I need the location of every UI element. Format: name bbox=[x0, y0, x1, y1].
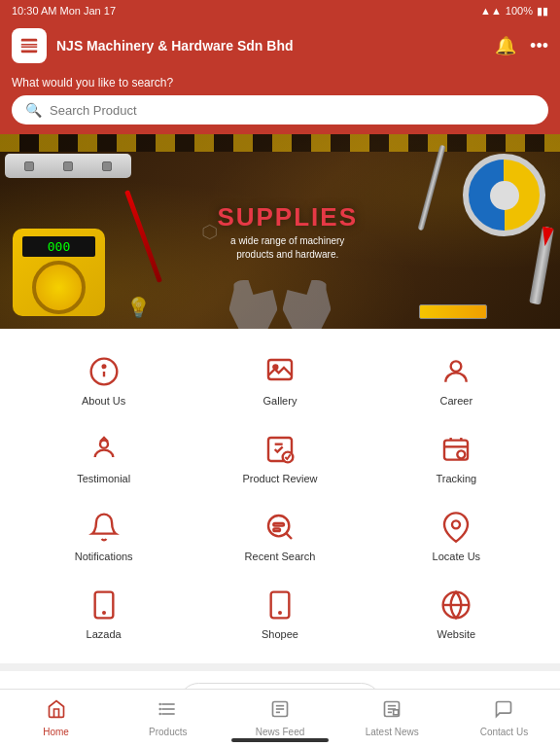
nav-news-feed-label: News Feed bbox=[256, 727, 305, 737]
shopee-icon bbox=[262, 587, 298, 622]
nav-item-home[interactable]: Home bbox=[0, 690, 112, 747]
locate-us-icon bbox=[438, 510, 473, 545]
recent-search-label: Recent Search bbox=[245, 551, 316, 562]
home-indicator bbox=[231, 738, 329, 742]
product-review-label: Product Review bbox=[242, 473, 317, 484]
nav-products-label: Products bbox=[149, 727, 187, 737]
lazada-icon bbox=[87, 587, 122, 622]
svg-point-10 bbox=[102, 365, 105, 368]
grid-item-about-us[interactable]: About Us bbox=[19, 344, 188, 414]
grid-menu: About UsGalleryCareerTestimonialProduct … bbox=[0, 329, 560, 663]
status-indicators: ▲▲ 100% ▮▮ bbox=[480, 5, 548, 18]
notifications-icon bbox=[87, 510, 122, 545]
svg-marker-7 bbox=[203, 225, 216, 238]
gallery-label: Gallery bbox=[263, 395, 298, 407]
grid-item-testimonial[interactable]: Testimonial bbox=[19, 422, 188, 492]
svg-rect-22 bbox=[273, 523, 284, 526]
hero-main-text: SUPPLIES bbox=[217, 202, 358, 232]
gallery-icon bbox=[262, 354, 298, 389]
nav-item-contact-us[interactable]: Contact Us bbox=[448, 690, 560, 747]
notifications-label: Notifications bbox=[75, 551, 133, 562]
tracking-icon bbox=[438, 432, 473, 467]
tracking-label: Tracking bbox=[436, 473, 476, 484]
hero-sub-text: a wide range of machineryproducts and ha… bbox=[217, 234, 358, 262]
nav-products-icon bbox=[158, 699, 178, 724]
header-actions: 🔔 ••• bbox=[495, 35, 548, 56]
lazada-label: Lazada bbox=[87, 628, 122, 640]
product-review-icon bbox=[262, 432, 298, 467]
search-section: What would you like to search? 🔍 bbox=[0, 70, 560, 134]
grid-item-notifications[interactable]: Notifications bbox=[19, 500, 188, 570]
svg-point-12 bbox=[273, 365, 277, 369]
recent-search-icon bbox=[262, 510, 298, 545]
nav-home-icon bbox=[47, 699, 66, 724]
shopee-label: Shopee bbox=[262, 628, 298, 640]
company-name: NJS Machinery & Hardware Sdn Bhd bbox=[56, 38, 294, 53]
testimonial-label: Testimonial bbox=[77, 473, 130, 484]
nav-latest-news-label: Latest News bbox=[366, 727, 419, 737]
nav-home-label: Home bbox=[43, 727, 69, 737]
search-icon: 🔍 bbox=[25, 102, 42, 118]
search-bar: 🔍 bbox=[12, 95, 548, 124]
about-us-label: About Us bbox=[82, 395, 125, 407]
career-label: Career bbox=[440, 395, 473, 407]
nav-contact-us-label: Contact Us bbox=[480, 727, 528, 737]
grid-item-lazada[interactable]: Lazada bbox=[19, 578, 188, 648]
hero-text-block: SUPPLIES a wide range of machineryproduc… bbox=[217, 202, 358, 262]
hero-banner: 000 💡 bbox=[0, 134, 560, 329]
section-divider bbox=[0, 663, 560, 671]
svg-point-19 bbox=[458, 450, 466, 458]
grid-item-shopee[interactable]: Shopee bbox=[195, 578, 364, 648]
locate-us-label: Locate Us bbox=[433, 551, 481, 562]
svg-point-24 bbox=[452, 520, 460, 528]
search-label: What would you like to search? bbox=[12, 76, 548, 89]
more-options-icon[interactable]: ••• bbox=[530, 36, 548, 56]
svg-point-13 bbox=[451, 361, 462, 372]
svg-line-21 bbox=[286, 533, 292, 539]
svg-rect-11 bbox=[268, 360, 292, 379]
website-icon bbox=[438, 587, 473, 622]
battery-percentage: 100% bbox=[506, 5, 533, 17]
grid-item-recent-search[interactable]: Recent Search bbox=[195, 500, 364, 570]
grid-item-career[interactable]: Career bbox=[372, 344, 541, 414]
wifi-icon: ▲▲ bbox=[480, 5, 502, 17]
nav-item-latest-news[interactable]: Latest News bbox=[336, 690, 448, 747]
svg-rect-23 bbox=[273, 528, 280, 531]
nav-latest-news-icon bbox=[382, 699, 402, 724]
svg-rect-45 bbox=[394, 710, 399, 715]
hexagon-outline-svg bbox=[202, 161, 217, 302]
about-us-icon bbox=[87, 354, 122, 389]
status-bar: 10:30 AM Mon Jan 17 ▲▲ 100% ▮▮ bbox=[0, 0, 560, 21]
app-header: NJS Machinery & Hardware Sdn Bhd 🔔 ••• bbox=[0, 21, 560, 70]
status-time: 10:30 AM Mon Jan 17 bbox=[12, 5, 116, 17]
website-label: Website bbox=[438, 628, 476, 640]
app-logo bbox=[12, 28, 47, 63]
nav-item-products[interactable]: Products bbox=[112, 690, 224, 747]
nav-contact-us-icon bbox=[494, 699, 513, 724]
header-left: NJS Machinery & Hardware Sdn Bhd bbox=[12, 28, 294, 63]
nav-news-feed-icon bbox=[270, 699, 290, 724]
grid-item-product-review[interactable]: Product Review bbox=[195, 422, 364, 492]
grid-item-website[interactable]: Website bbox=[372, 578, 541, 648]
grid-item-tracking[interactable]: Tracking bbox=[372, 422, 541, 492]
hero-content: SUPPLIES a wide range of machineryproduc… bbox=[202, 154, 358, 309]
grid-item-gallery[interactable]: Gallery bbox=[195, 344, 364, 414]
notification-icon[interactable]: 🔔 bbox=[495, 35, 516, 56]
search-input[interactable] bbox=[50, 103, 535, 118]
testimonial-icon bbox=[87, 432, 122, 467]
grid-item-locate-us[interactable]: Locate Us bbox=[372, 500, 541, 570]
career-icon bbox=[438, 354, 473, 389]
battery-icon: ▮▮ bbox=[537, 5, 548, 18]
